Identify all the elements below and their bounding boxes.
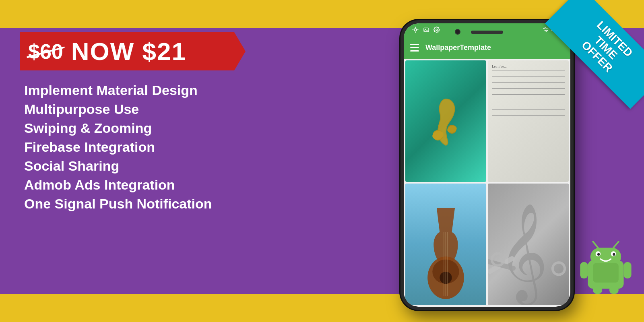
feature-item: Implement Material Design bbox=[20, 83, 314, 98]
feature-item: Social Sharing bbox=[20, 158, 314, 174]
wallpaper-cell-4[interactable]: 𝄞 bbox=[488, 184, 569, 305]
svg-rect-28 bbox=[590, 248, 621, 266]
music-note-svg bbox=[424, 95, 468, 147]
ribbon-text: LIMITEDTIMEOFFER bbox=[579, 19, 635, 74]
feature-item: Swiping & Zooming bbox=[20, 120, 314, 136]
hamburger-menu[interactable] bbox=[410, 44, 419, 52]
svg-point-32 bbox=[613, 253, 615, 256]
photo-icon bbox=[423, 27, 429, 33]
price-banner: $60 NOW $21 bbox=[20, 32, 246, 70]
ribbon-container: LIMITEDTIMEOFFER bbox=[515, 0, 644, 129]
feature-item: Firebase Integration bbox=[20, 139, 314, 155]
svg-point-31 bbox=[597, 253, 600, 256]
android-mascot-svg bbox=[580, 237, 632, 294]
new-price: NOW $21 bbox=[71, 37, 186, 66]
svg-rect-35 bbox=[580, 262, 588, 279]
keys-svg: 𝄞 bbox=[488, 184, 569, 305]
main-container: $60 NOW $21 Implement Material Design Mu… bbox=[0, 0, 644, 322]
feature-item: Admob Ads Integration bbox=[20, 177, 314, 193]
svg-line-34 bbox=[613, 242, 619, 248]
phone-speaker bbox=[471, 31, 503, 34]
status-left-icons bbox=[412, 26, 440, 33]
guitar-svg bbox=[405, 184, 486, 305]
hamburger-line bbox=[410, 47, 419, 48]
svg-text:𝄞: 𝄞 bbox=[498, 204, 548, 305]
location-icon bbox=[412, 26, 419, 33]
svg-rect-5 bbox=[424, 28, 429, 31]
wallpaper-cell-3[interactable] bbox=[405, 184, 486, 305]
phone-camera bbox=[455, 29, 460, 35]
sheet-text: Let it be... bbox=[492, 64, 507, 68]
old-price: $60 bbox=[28, 39, 63, 64]
left-section: $60 NOW $21 Implement Material Design Mu… bbox=[0, 0, 330, 322]
svg-rect-38 bbox=[609, 286, 619, 294]
app-title: WallpaperTemplate bbox=[425, 43, 491, 52]
music-note-decoration bbox=[405, 60, 486, 182]
hamburger-line bbox=[410, 44, 419, 45]
features-list: Implement Material Design Multipurpose U… bbox=[20, 83, 314, 215]
svg-rect-37 bbox=[593, 286, 602, 294]
settings-icon bbox=[433, 27, 440, 33]
hamburger-line bbox=[410, 50, 419, 52]
feature-item: One Signal Push Notification bbox=[20, 196, 314, 212]
svg-rect-36 bbox=[624, 262, 632, 279]
svg-point-13 bbox=[446, 125, 457, 134]
wallpaper-cell-1[interactable] bbox=[405, 60, 486, 182]
feature-item: Multipurpose Use bbox=[20, 101, 314, 117]
svg-line-33 bbox=[593, 242, 598, 248]
svg-rect-39 bbox=[593, 263, 619, 283]
limited-time-ribbon: LIMITEDTIMEOFFER bbox=[545, 0, 644, 109]
android-mascot bbox=[580, 237, 632, 294]
svg-point-0 bbox=[414, 29, 417, 31]
